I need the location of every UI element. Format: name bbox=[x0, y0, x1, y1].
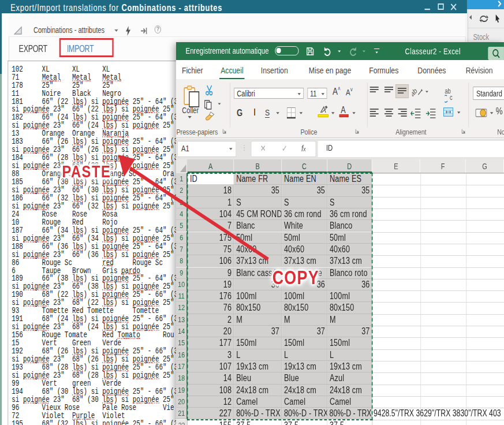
svg-text:ab: ab bbox=[412, 87, 418, 97]
svg-text:c: c bbox=[450, 94, 453, 101]
